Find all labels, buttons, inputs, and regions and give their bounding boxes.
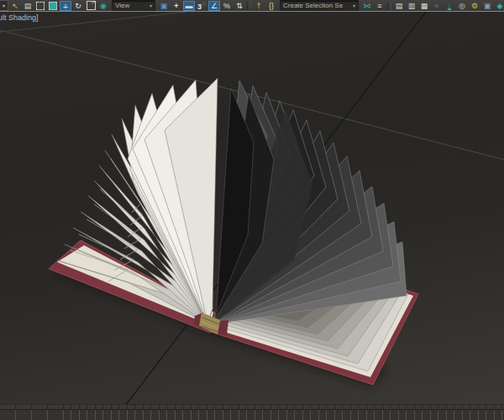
toolbar-separator	[247, 2, 251, 10]
book-left-standing-pages	[57, 78, 218, 323]
spinner-snap-icon[interactable]: ⇅	[234, 1, 245, 11]
align-icon[interactable]: ≡	[374, 1, 386, 11]
edit-named-selection-sets-icon[interactable]: †	[253, 1, 265, 11]
select-and-rotate-icon[interactable]: ↻	[72, 1, 84, 11]
render-setup-icon[interactable]: ⚙	[469, 1, 480, 11]
scene-explorer-icon[interactable]: ▤	[393, 1, 405, 11]
layer-explorer-icon[interactable]: ▥	[406, 1, 417, 11]
select-by-name-icon[interactable]: ▤	[22, 1, 34, 11]
reference-coordinate-dropdown[interactable]: View▾	[112, 0, 155, 11]
keyboard-override-icon[interactable]: ▬	[183, 1, 195, 11]
timeline-frame-cells[interactable]	[0, 409, 504, 420]
ribbon-toggle-icon[interactable]: ▦	[418, 1, 430, 11]
timeline-track-bar[interactable]	[0, 404, 504, 420]
selection-filter-dropdown[interactable]: ▾	[0, 0, 8, 11]
chevron-down-icon: ▾	[353, 3, 355, 8]
curve-editor-icon[interactable]: ≈	[431, 1, 443, 11]
mirror-icon[interactable]: ⋈	[361, 1, 373, 11]
select-and-manipulate-icon[interactable]: +	[171, 1, 182, 11]
viewport-canvas[interactable]	[0, 12, 504, 404]
create-selection-set-dropdown[interactable]: Create Selection Se▾	[280, 0, 359, 11]
select-and-move-icon[interactable]: ↔↕	[60, 1, 71, 11]
window-crossing-toggle-icon[interactable]	[47, 1, 59, 11]
toolbar-separator	[387, 2, 391, 10]
perspective-viewport[interactable]: ult Shading]	[0, 12, 504, 404]
chevron-down-icon: ▾	[150, 3, 152, 8]
percent-snap-icon[interactable]: %	[221, 1, 233, 11]
book-model[interactable]	[49, 78, 418, 385]
select-object-icon[interactable]: ↖	[9, 1, 21, 11]
main-toolbar: ▾↖▤↔↕↻↗◉View▾▣+▬3∩∠%⇅†{}Create Selection…	[0, 0, 504, 12]
rendered-frame-window-icon[interactable]: ▣	[481, 1, 493, 11]
select-and-scale-icon[interactable]: ↗	[85, 1, 97, 11]
render-production-icon[interactable]: ◆	[494, 1, 504, 11]
schematic-view-icon[interactable]: ↓	[444, 1, 455, 11]
material-editor-icon[interactable]: ◎	[456, 1, 468, 11]
viewport-shading-label[interactable]: ult Shading]	[0, 13, 39, 22]
application-window: ▾↖▤↔↕↻↗◉View▾▣+▬3∩∠%⇅†{}Create Selection…	[0, 0, 504, 420]
named-selection-braces-icon[interactable]: {}	[265, 1, 277, 11]
angle-snap-icon[interactable]: ∠	[208, 1, 220, 11]
snaps-toggle-3d-icon[interactable]: 3∩	[196, 1, 207, 11]
use-center-icon[interactable]: ▣	[158, 1, 170, 11]
rectangular-selection-region-icon[interactable]	[34, 1, 46, 11]
select-and-place-icon[interactable]: ◉	[97, 1, 109, 11]
